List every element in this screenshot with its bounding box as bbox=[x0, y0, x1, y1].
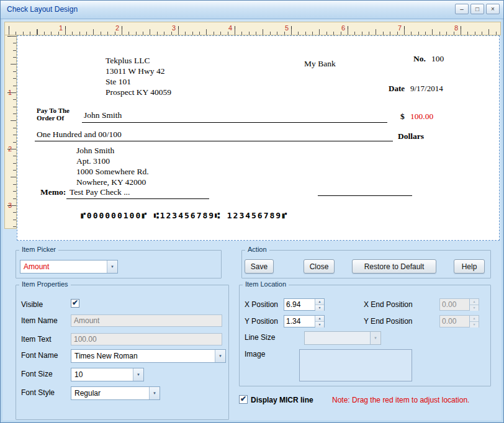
font-size-value: 10 bbox=[71, 370, 133, 379]
hruler-number-4: 4 bbox=[220, 24, 232, 32]
save-button[interactable]: Save bbox=[245, 259, 274, 274]
action-group: Action Save Close Restore to Default Hel… bbox=[241, 250, 491, 278]
font-size-label: Font Size bbox=[21, 370, 53, 378]
pay-to-line1: Pay To The bbox=[37, 107, 70, 115]
pay-to-line2: Order Of bbox=[37, 115, 70, 122]
memo-text[interactable]: Test Pay Check ... bbox=[70, 187, 130, 197]
amount-value[interactable]: 100.00 bbox=[410, 112, 433, 122]
chevron-down-icon[interactable]: ▼ bbox=[107, 260, 117, 273]
chevron-down-icon: ▼ bbox=[370, 332, 380, 344]
font-style-combo[interactable]: Regular ▼ bbox=[71, 386, 160, 400]
help-button[interactable]: Help bbox=[454, 259, 485, 274]
restore-button-label: Restore to Default bbox=[364, 262, 425, 271]
spin-down-icon: ▼ bbox=[470, 322, 479, 327]
company-address-block[interactable]: Tekplus LLC 13011 W Hwy 42 Ste 101 Prosp… bbox=[106, 55, 171, 97]
bank-name[interactable]: My Bank bbox=[304, 59, 336, 69]
item-properties-group: Item Properties Visible ✔ Item Name Item… bbox=[16, 285, 229, 420]
display-micr-checkbox[interactable]: ✔ bbox=[239, 395, 248, 404]
check-no-label[interactable]: No. bbox=[413, 54, 426, 64]
close-icon: × bbox=[491, 6, 495, 12]
payee-address-line: Apt. 3100 bbox=[76, 156, 149, 166]
item-picker-value: Amount bbox=[20, 262, 107, 271]
spin-up-icon[interactable]: ▲ bbox=[315, 316, 324, 322]
company-line: Tekplus LLC bbox=[106, 55, 171, 66]
font-name-label: Font Name bbox=[21, 351, 58, 360]
titlebar[interactable]: Check Layout Design – □ × bbox=[1, 1, 503, 19]
y-end-position-input bbox=[440, 316, 469, 327]
amount-words[interactable]: One Hundred and 00/100 bbox=[37, 130, 122, 140]
window-title: Check Layout Design bbox=[7, 5, 78, 14]
y-position-spinner[interactable]: ▲ ▼ bbox=[284, 315, 325, 327]
font-name-combo[interactable]: Times New Roman ▼ bbox=[71, 349, 226, 363]
chevron-down-icon[interactable]: ▼ bbox=[133, 368, 143, 381]
font-style-value: Regular bbox=[71, 389, 149, 398]
spin-down-icon[interactable]: ▼ bbox=[315, 322, 324, 327]
vertical-ruler: 1 2 3 bbox=[4, 35, 17, 229]
item-text-field[interactable] bbox=[71, 333, 222, 345]
item-name-field[interactable] bbox=[71, 314, 222, 327]
payee-name[interactable]: John Smith bbox=[84, 110, 122, 120]
item-picker-group: Item Picker Amount ▼ bbox=[16, 250, 222, 278]
payee-address-line: 1000 Somewhere Rd. bbox=[76, 166, 149, 177]
x-position-spinner[interactable]: ▲ ▼ bbox=[284, 298, 325, 311]
chevron-down-icon[interactable]: ▼ bbox=[215, 350, 225, 362]
hruler-number-2: 2 bbox=[107, 24, 119, 32]
pay-to-label[interactable]: Pay To The Order Of bbox=[37, 107, 70, 122]
memo-label[interactable]: Memo: bbox=[40, 187, 66, 197]
x-end-position-spinner: ▲ ▼ bbox=[439, 298, 479, 311]
y-position-label: Y Position bbox=[245, 317, 278, 326]
minimize-icon: – bbox=[460, 6, 464, 12]
item-location-group: Item Location X Position ▲ ▼ X End Posit… bbox=[239, 285, 491, 386]
spin-down-icon[interactable]: ▼ bbox=[315, 305, 324, 311]
x-position-input[interactable] bbox=[284, 299, 315, 310]
currency-symbol[interactable]: $ bbox=[400, 112, 405, 122]
close-button-label: Close bbox=[310, 262, 329, 271]
date-value[interactable]: 9/17/2014 bbox=[410, 84, 443, 94]
date-label[interactable]: Date bbox=[389, 84, 405, 94]
x-position-label: X Position bbox=[245, 300, 278, 309]
spin-down-icon: ▼ bbox=[470, 305, 479, 311]
image-label: Image bbox=[245, 350, 265, 358]
minimize-button[interactable]: – bbox=[455, 4, 469, 14]
display-micr-label: Display MICR line bbox=[251, 396, 313, 404]
window-controls: – □ × bbox=[455, 4, 500, 14]
save-button-label: Save bbox=[251, 262, 268, 271]
line-size-label: Line Size bbox=[245, 333, 275, 342]
payee-address-line: John Smith bbox=[76, 145, 149, 156]
company-line: Prospect KY 40059 bbox=[106, 87, 171, 97]
item-text-label: Item Text bbox=[21, 335, 51, 344]
spin-up-icon[interactable]: ▲ bbox=[315, 299, 324, 305]
check-no-value[interactable]: 100 bbox=[431, 54, 444, 64]
dollars-label[interactable]: Dollars bbox=[398, 131, 424, 141]
payee-address-line: Nowhere, KY 42000 bbox=[76, 177, 149, 187]
restore-default-button[interactable]: Restore to Default bbox=[352, 259, 436, 274]
check-icon: ✔ bbox=[72, 299, 78, 306]
company-line: Ste 101 bbox=[106, 76, 171, 87]
horizontal-ruler: 1 2 3 4 5 6 7 8 bbox=[4, 22, 501, 35]
x-position-spin-buttons: ▲ ▼ bbox=[315, 299, 324, 310]
check-preview: Tekplus LLC 13011 W Hwy 42 Ste 101 Prosp… bbox=[17, 35, 500, 241]
item-picker-group-label: Item Picker bbox=[19, 246, 58, 253]
chevron-down-icon[interactable]: ▼ bbox=[149, 387, 160, 399]
x-end-spin-buttons: ▲ ▼ bbox=[469, 299, 479, 310]
x-end-position-label: X End Position bbox=[364, 300, 413, 309]
close-check-button[interactable]: Close bbox=[304, 259, 335, 274]
action-group-label: Action bbox=[245, 246, 269, 253]
close-button[interactable]: × bbox=[486, 4, 500, 14]
font-size-combo[interactable]: 10 ▼ bbox=[71, 368, 144, 381]
payee-address-block[interactable]: John Smith Apt. 3100 1000 Somewhere Rd. … bbox=[76, 145, 149, 187]
y-position-spin-buttons: ▲ ▼ bbox=[315, 316, 324, 327]
maximize-button[interactable]: □ bbox=[470, 4, 484, 14]
hruler-number-8: 8 bbox=[446, 24, 458, 32]
micr-line[interactable]: ⑈000000100⑈ ⑆123456789⑆ 123456789⑈ bbox=[81, 211, 288, 220]
amount-words-underline bbox=[35, 141, 393, 141]
check-layout-design-window: Check Layout Design – □ × 1 2 3 4 5 6 7 … bbox=[0, 0, 504, 423]
item-picker-combo[interactable]: Amount ▼ bbox=[20, 260, 118, 274]
y-position-input[interactable] bbox=[284, 316, 315, 327]
item-properties-group-label: Item Properties bbox=[19, 280, 71, 288]
signature-line bbox=[318, 195, 412, 196]
y-end-position-label: Y End Position bbox=[364, 317, 413, 326]
visible-checkbox[interactable]: ✔ bbox=[71, 299, 79, 308]
spin-up-icon: ▲ bbox=[470, 299, 479, 305]
visible-label: Visible bbox=[21, 300, 43, 309]
